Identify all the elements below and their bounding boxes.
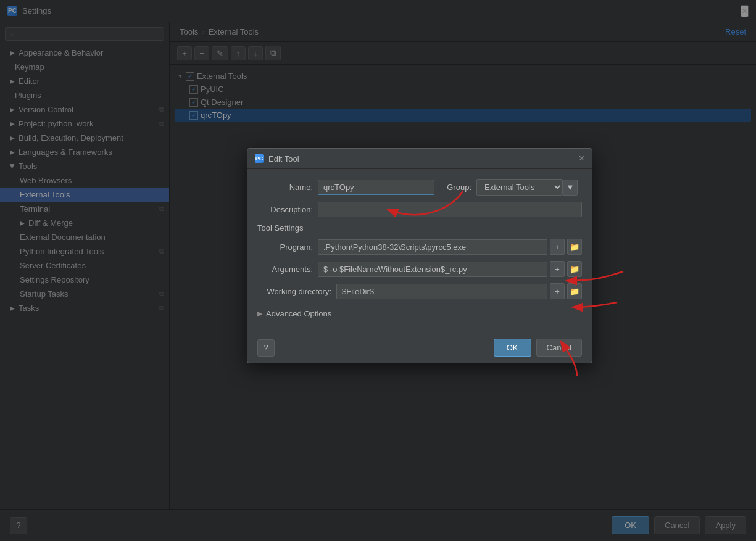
description-row: Description: bbox=[257, 202, 582, 217]
dialog-ok-button[interactable]: OK bbox=[494, 339, 531, 357]
name-label: Name: bbox=[257, 183, 313, 192]
working-dir-browse-btn[interactable]: 📁 bbox=[567, 283, 582, 299]
group-label: Group: bbox=[439, 183, 471, 192]
dialog-icon: PC bbox=[255, 154, 264, 163]
tool-settings-header: Tool Settings bbox=[257, 223, 582, 233]
advanced-options-row[interactable]: ▶ Advanced Options bbox=[257, 305, 582, 322]
advanced-arrow-icon: ▶ bbox=[257, 310, 262, 318]
working-dir-row: Working directory: + 📁 bbox=[257, 283, 582, 299]
dialog-cancel-button[interactable]: Cancel bbox=[536, 339, 582, 357]
program-browse-btn[interactable]: 📁 bbox=[567, 239, 582, 255]
arguments-label: Arguments: bbox=[257, 265, 313, 274]
dialog-help-button[interactable]: ? bbox=[257, 339, 275, 357]
working-dir-label: Working directory: bbox=[257, 287, 331, 296]
working-dir-input[interactable] bbox=[336, 284, 547, 299]
program-label: Program: bbox=[257, 242, 313, 252]
group-dropdown-btn[interactable]: ▼ bbox=[563, 180, 578, 196]
working-dir-add-btn[interactable]: + bbox=[550, 283, 565, 299]
edit-tool-dialog: PC Edit Tool × Name: Group: External Too… bbox=[247, 148, 592, 363]
dialog-title: Edit Tool bbox=[268, 154, 299, 163]
program-field-group: + 📁 bbox=[318, 239, 582, 255]
dialog-footer: ? OK Cancel bbox=[247, 332, 592, 363]
arguments-input[interactable] bbox=[318, 262, 547, 277]
dialog-title-bar: PC Edit Tool × bbox=[247, 149, 592, 169]
name-group-row: Name: Group: External Tools ▼ bbox=[257, 179, 582, 196]
arguments-row: Arguments: + 📁 bbox=[257, 261, 582, 277]
program-row: Program: + 📁 bbox=[257, 239, 582, 255]
arguments-browse-btn[interactable]: 📁 bbox=[567, 261, 582, 277]
program-input[interactable] bbox=[318, 239, 547, 255]
dialog-close-button[interactable]: × bbox=[579, 154, 584, 163]
dialog-body: Name: Group: External Tools ▼ Descriptio… bbox=[247, 169, 592, 332]
description-input[interactable] bbox=[318, 202, 582, 217]
advanced-options-label: Advanced Options bbox=[266, 309, 331, 318]
description-label: Description: bbox=[257, 205, 313, 214]
working-dir-field-group: + 📁 bbox=[336, 283, 582, 299]
group-select[interactable]: External Tools bbox=[476, 179, 563, 196]
program-add-btn[interactable]: + bbox=[550, 239, 565, 255]
arguments-field-group: + 📁 bbox=[318, 261, 582, 277]
arguments-add-btn[interactable]: + bbox=[550, 261, 565, 277]
name-input[interactable] bbox=[318, 180, 434, 195]
